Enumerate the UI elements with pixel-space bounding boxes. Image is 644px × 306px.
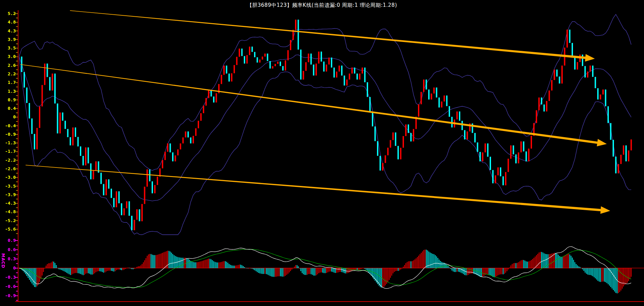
price-axis-label: 0.9 [0, 97, 16, 103]
price-axis-label: -5.2 [0, 218, 16, 223]
price-axis-label: -2.6 [0, 166, 16, 172]
price-axis-label: 5.2 [0, 11, 16, 16]
candlesticks [21, 20, 632, 230]
kline-chart[interactable] [0, 0, 644, 306]
price-axis-label: 1.7 [0, 80, 16, 85]
price-axis-label: -4.8 [0, 209, 16, 215]
macd-axis-label: 0.6 [0, 247, 16, 252]
price-axis-label: -1.7 [0, 149, 16, 154]
price-axis-label: -0.9 [0, 132, 16, 137]
macd-panel [19, 247, 632, 293]
trend-arrow[interactable] [20, 64, 607, 146]
price-axis-label: 0 [0, 114, 16, 120]
price-axis-label: 0.4 [0, 106, 16, 111]
price-axis-label: 2.2 [0, 71, 16, 77]
bollinger-bands [19, 14, 631, 235]
macd-axis-label: -0.3 [0, 275, 16, 280]
price-axis-label: -5.6 [0, 227, 16, 232]
trend-arrow[interactable] [70, 10, 595, 61]
macd-axis-label: 0.9 [0, 238, 16, 243]
macd-indicator-label: MACD [0, 253, 5, 269]
price-axis-label: -1.3 [0, 140, 16, 146]
price-axis-label: -3.5 [0, 184, 16, 189]
macd-axis-label: -0.6 [0, 284, 16, 289]
macd-axis-label: -0.9 [0, 293, 16, 298]
app-window: { "title_bar": { "title": "【胆3689中123】频率… [0, 0, 644, 306]
price-axis-label: -0.4 [0, 123, 16, 129]
price-axis-label: -4.3 [0, 201, 16, 206]
price-axis-label: -3.0 [0, 175, 16, 180]
price-axis-label: 3.5 [0, 45, 16, 51]
price-axis-label: -3.9 [0, 192, 16, 198]
price-axis-label: 3.9 [0, 37, 16, 42]
price-axis-label: 3.0 [0, 54, 16, 59]
price-axis-label: 2.6 [0, 63, 16, 68]
price-axis-label: 4.8 [0, 19, 16, 25]
price-axis-label: 4.3 [0, 28, 16, 34]
price-axis-label: 1.3 [0, 89, 16, 94]
price-axis-label: -2.2 [0, 158, 16, 163]
